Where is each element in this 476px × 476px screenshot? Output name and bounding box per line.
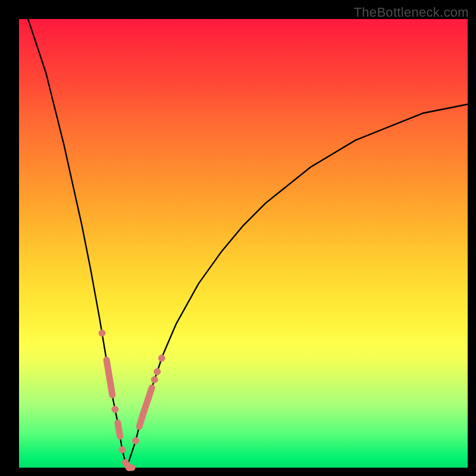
- curve-layer: [19, 19, 468, 468]
- data-marker-dot: [99, 330, 105, 336]
- curve-left-branch: [28, 19, 127, 468]
- data-marker-dot: [158, 355, 165, 362]
- data-marker-dot: [112, 406, 118, 412]
- data-marker: [148, 388, 152, 399]
- data-marker-dot: [133, 437, 139, 444]
- data-marker-dot: [154, 368, 161, 375]
- data-marker: [118, 423, 120, 437]
- plot-area: [19, 19, 468, 468]
- data-marker: [109, 379, 112, 395]
- curve-right-branch: [127, 104, 468, 468]
- data-marker-dot: [151, 377, 158, 383]
- watermark-text: TheBottleneck.com: [354, 5, 469, 20]
- chart-container: TheBottleneck.com: [0, 0, 476, 476]
- data-marker-dot: [119, 446, 126, 453]
